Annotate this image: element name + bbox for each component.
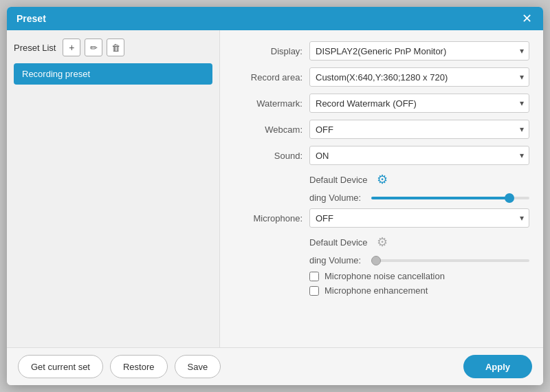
record-area-row: Record area: Custom(X:640,Y:360;1280 x 7… [227, 67, 529, 87]
microphone-select[interactable]: OFF [309, 208, 529, 228]
display-select[interactable]: DISPLAY2(Generic PnP Monitor) [309, 41, 529, 61]
mic-noise-row: Microphone noise cancellation [227, 271, 529, 281]
microphone-label: Microphone: [227, 213, 309, 224]
display-control: DISPLAY2(Generic PnP Monitor) ▾ [309, 41, 529, 61]
save-button[interactable]: Save [175, 355, 221, 378]
get-current-set-button[interactable]: Get current set [18, 355, 103, 378]
record-area-control: Custom(X:640,Y:360;1280 x 720) ▾ [309, 67, 529, 87]
mic-noise-label: Microphone noise cancellation [324, 271, 445, 281]
webcam-control: OFF ▾ [309, 120, 529, 139]
webcam-select[interactable]: OFF [309, 120, 529, 139]
mic-device-row: Default Device ⚙ [227, 235, 529, 250]
sound-volume-row: ding Volume: [227, 193, 529, 203]
display-label: Display: [227, 46, 309, 56]
sound-default-device-label: Default Device [309, 175, 371, 185]
mic-volume-row: ding Volume: [227, 255, 529, 265]
add-preset-button[interactable]: + [63, 39, 80, 56]
sidebar: Preset List + ✏ 🗑 Recording preset [7, 30, 220, 347]
record-area-select[interactable]: Custom(X:640,Y:360;1280 x 720) [309, 67, 529, 87]
record-area-select-wrapper: Custom(X:640,Y:360;1280 x 720) ▾ [309, 67, 529, 87]
mic-enhance-label: Microphone enhancement [324, 285, 428, 296]
mic-enhance-row: Microphone enhancement [227, 285, 529, 296]
watermark-select[interactable]: Record Watermark (OFF) [309, 94, 529, 113]
sound-select[interactable]: ON [309, 146, 529, 165]
sound-select-wrapper: ON ▾ [309, 146, 529, 165]
sound-settings-icon[interactable]: ⚙ [377, 172, 388, 187]
dialog-body: Preset List + ✏ 🗑 Recording preset Displ… [7, 30, 543, 347]
apply-button[interactable]: Apply [463, 355, 532, 378]
title-bar: Preset ✕ [7, 7, 543, 30]
microphone-control: OFF ▾ [309, 208, 529, 228]
sound-label: Sound: [227, 151, 309, 161]
watermark-label: Watermark: [227, 98, 309, 109]
sound-volume-control [371, 197, 529, 199]
sound-device-content: ⚙ [371, 172, 529, 187]
mic-device-content: ⚙ [371, 235, 529, 250]
mic-settings-icon[interactable]: ⚙ [377, 235, 388, 250]
sound-row: Sound: ON ▾ [227, 146, 529, 165]
mic-default-device-label: Default Device [309, 237, 371, 248]
dialog-title: Preset [16, 13, 46, 24]
close-button[interactable]: ✕ [520, 12, 534, 25]
microphone-row: Microphone: OFF ▾ [227, 208, 529, 228]
microphone-select-wrapper: OFF ▾ [309, 208, 529, 228]
sound-volume-label: ding Volume: [309, 193, 371, 203]
edit-preset-button[interactable]: ✏ [85, 39, 102, 56]
mic-noise-checkbox[interactable] [309, 272, 319, 281]
webcam-row: Webcam: OFF ▾ [227, 120, 529, 139]
footer: Get current set Restore Save Apply [7, 347, 543, 385]
mic-enhance-checkbox[interactable] [309, 286, 319, 296]
sound-device-row: Default Device ⚙ [227, 172, 529, 187]
restore-button[interactable]: Restore [110, 355, 168, 378]
display-row: Display: DISPLAY2(Generic PnP Monitor) ▾ [227, 41, 529, 61]
watermark-control: Record Watermark (OFF) ▾ [309, 94, 529, 113]
sound-volume-slider[interactable] [371, 197, 529, 199]
sound-control: ON ▾ [309, 146, 529, 165]
watermark-row: Watermark: Record Watermark (OFF) ▾ [227, 94, 529, 113]
footer-left: Get current set Restore Save [18, 355, 221, 378]
preset-list-label: Preset List [14, 43, 56, 53]
preset-item-recording[interactable]: Recording preset [14, 63, 212, 85]
preset-dialog: Preset ✕ Preset List + ✏ 🗑 Recording pre… [7, 7, 543, 385]
mic-volume-label: ding Volume: [309, 255, 371, 265]
display-select-wrapper: DISPLAY2(Generic PnP Monitor) ▾ [309, 41, 529, 61]
delete-preset-button[interactable]: 🗑 [107, 39, 124, 56]
main-content: Display: DISPLAY2(Generic PnP Monitor) ▾… [220, 30, 543, 347]
webcam-select-wrapper: OFF ▾ [309, 120, 529, 139]
mic-volume-control [371, 259, 529, 262]
mic-volume-slider[interactable] [371, 259, 529, 262]
preset-list-header: Preset List + ✏ 🗑 [14, 39, 212, 56]
watermark-select-wrapper: Record Watermark (OFF) ▾ [309, 94, 529, 113]
record-area-label: Record area: [227, 72, 309, 83]
webcam-label: Webcam: [227, 124, 309, 135]
